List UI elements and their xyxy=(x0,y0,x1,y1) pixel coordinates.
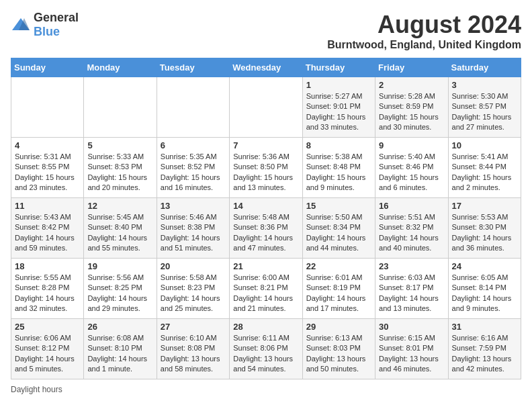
calendar-cell: 15Sunrise: 5:50 AM Sunset: 8:34 PM Dayli… xyxy=(302,198,375,259)
title-area: August 2024 Burntwood, England, United K… xyxy=(327,11,521,51)
day-number: 29 xyxy=(306,322,371,332)
day-number: 23 xyxy=(379,261,444,271)
location-title: Burntwood, England, United Kingdom xyxy=(327,39,521,51)
day-number: 7 xyxy=(233,140,298,150)
month-title: August 2024 xyxy=(327,11,521,39)
day-info: Sunrise: 5:45 AM Sunset: 8:40 PM Dayligh… xyxy=(87,212,152,254)
calendar-day-header: Tuesday xyxy=(157,58,229,77)
day-number: 13 xyxy=(161,201,226,211)
calendar-cell: 18Sunrise: 5:55 AM Sunset: 8:28 PM Dayli… xyxy=(11,259,84,319)
day-info: Sunrise: 6:03 AM Sunset: 8:17 PM Dayligh… xyxy=(379,273,444,314)
calendar-cell: 16Sunrise: 5:51 AM Sunset: 8:32 PM Dayli… xyxy=(375,198,448,259)
calendar-cell: 6Sunrise: 5:35 AM Sunset: 8:52 PM Daylig… xyxy=(157,138,229,198)
calendar-cell: 12Sunrise: 5:45 AM Sunset: 8:40 PM Dayli… xyxy=(84,198,157,259)
calendar-cell: 27Sunrise: 6:10 AM Sunset: 8:08 PM Dayli… xyxy=(157,319,229,379)
calendar-cell: 13Sunrise: 5:46 AM Sunset: 8:38 PM Dayli… xyxy=(157,198,229,259)
day-info: Sunrise: 5:48 AM Sunset: 8:36 PM Dayligh… xyxy=(233,212,298,254)
calendar-week-row: 11Sunrise: 5:43 AM Sunset: 8:42 PM Dayli… xyxy=(11,198,521,259)
header: General Blue August 2024 Burntwood, Engl… xyxy=(11,11,521,51)
day-info: Sunrise: 6:13 AM Sunset: 8:03 PM Dayligh… xyxy=(306,333,371,375)
calendar-week-row: 18Sunrise: 5:55 AM Sunset: 8:28 PM Dayli… xyxy=(11,259,521,319)
day-number: 21 xyxy=(233,261,298,271)
day-info: Sunrise: 5:40 AM Sunset: 8:46 PM Dayligh… xyxy=(379,152,444,193)
calendar-week-row: 4Sunrise: 5:31 AM Sunset: 8:55 PM Daylig… xyxy=(11,138,521,198)
day-number: 30 xyxy=(379,322,444,332)
day-info: Sunrise: 5:35 AM Sunset: 8:52 PM Dayligh… xyxy=(161,152,226,193)
calendar-day-header: Monday xyxy=(84,58,157,77)
day-info: Sunrise: 6:10 AM Sunset: 8:08 PM Dayligh… xyxy=(161,333,226,375)
calendar-cell: 24Sunrise: 6:05 AM Sunset: 8:14 PM Dayli… xyxy=(448,259,521,319)
calendar-cell: 14Sunrise: 5:48 AM Sunset: 8:36 PM Dayli… xyxy=(230,198,302,259)
day-number: 19 xyxy=(87,261,152,271)
calendar-cell: 8Sunrise: 5:38 AM Sunset: 8:48 PM Daylig… xyxy=(302,138,375,198)
day-info: Sunrise: 5:55 AM Sunset: 8:28 PM Dayligh… xyxy=(15,273,80,314)
calendar-cell: 19Sunrise: 5:56 AM Sunset: 8:25 PM Dayli… xyxy=(84,259,157,319)
calendar-cell: 11Sunrise: 5:43 AM Sunset: 8:42 PM Dayli… xyxy=(11,198,84,259)
day-info: Sunrise: 5:38 AM Sunset: 8:48 PM Dayligh… xyxy=(306,152,371,193)
day-info: Sunrise: 5:28 AM Sunset: 8:59 PM Dayligh… xyxy=(379,91,444,133)
calendar-cell xyxy=(84,77,157,138)
day-number: 25 xyxy=(15,322,80,332)
day-info: Sunrise: 6:11 AM Sunset: 8:06 PM Dayligh… xyxy=(233,333,298,375)
day-number: 6 xyxy=(161,140,226,150)
day-number: 4 xyxy=(15,140,80,150)
day-info: Sunrise: 5:31 AM Sunset: 8:55 PM Dayligh… xyxy=(15,152,80,193)
calendar-day-header: Sunday xyxy=(11,58,84,77)
calendar-cell xyxy=(157,77,229,138)
calendar-cell: 22Sunrise: 6:01 AM Sunset: 8:19 PM Dayli… xyxy=(302,259,375,319)
calendar-cell: 25Sunrise: 6:06 AM Sunset: 8:12 PM Dayli… xyxy=(11,319,84,379)
day-info: Sunrise: 5:58 AM Sunset: 8:23 PM Dayligh… xyxy=(161,273,226,314)
day-number: 28 xyxy=(233,322,298,332)
calendar-day-header: Thursday xyxy=(302,58,375,77)
calendar-cell: 28Sunrise: 6:11 AM Sunset: 8:06 PM Dayli… xyxy=(230,319,302,379)
calendar-cell: 4Sunrise: 5:31 AM Sunset: 8:55 PM Daylig… xyxy=(11,138,84,198)
day-info: Sunrise: 5:53 AM Sunset: 8:30 PM Dayligh… xyxy=(452,212,517,254)
day-number: 12 xyxy=(87,201,152,211)
day-info: Sunrise: 5:36 AM Sunset: 8:50 PM Dayligh… xyxy=(233,152,298,193)
calendar-day-header: Saturday xyxy=(448,58,521,77)
day-number: 20 xyxy=(161,261,226,271)
calendar-day-header: Friday xyxy=(375,58,448,77)
calendar-cell xyxy=(11,77,84,138)
logo-text-blue: Blue xyxy=(34,25,60,38)
logo-icon xyxy=(11,17,31,33)
calendar-cell: 5Sunrise: 5:33 AM Sunset: 8:53 PM Daylig… xyxy=(84,138,157,198)
day-number: 18 xyxy=(15,261,80,271)
calendar-cell: 23Sunrise: 6:03 AM Sunset: 8:17 PM Dayli… xyxy=(375,259,448,319)
calendar-table: SundayMondayTuesdayWednesdayThursdayFrid… xyxy=(11,58,521,379)
day-number: 26 xyxy=(87,322,152,332)
day-info: Sunrise: 5:43 AM Sunset: 8:42 PM Dayligh… xyxy=(15,212,80,254)
calendar-cell: 10Sunrise: 5:41 AM Sunset: 8:44 PM Dayli… xyxy=(448,138,521,198)
day-number: 31 xyxy=(452,322,517,332)
calendar-cell: 17Sunrise: 5:53 AM Sunset: 8:30 PM Dayli… xyxy=(448,198,521,259)
calendar-cell: 26Sunrise: 6:08 AM Sunset: 8:10 PM Dayli… xyxy=(84,319,157,379)
day-number: 11 xyxy=(15,201,80,211)
calendar-header-row: SundayMondayTuesdayWednesdayThursdayFrid… xyxy=(11,58,521,77)
day-number: 24 xyxy=(452,261,517,271)
day-number: 27 xyxy=(161,322,226,332)
day-number: 14 xyxy=(233,201,298,211)
day-info: Sunrise: 6:15 AM Sunset: 8:01 PM Dayligh… xyxy=(379,333,444,375)
footer-note: Daylight hours xyxy=(11,385,521,394)
day-info: Sunrise: 5:50 AM Sunset: 8:34 PM Dayligh… xyxy=(306,212,371,254)
day-info: Sunrise: 6:06 AM Sunset: 8:12 PM Dayligh… xyxy=(15,333,80,375)
calendar-cell: 3Sunrise: 5:30 AM Sunset: 8:57 PM Daylig… xyxy=(448,77,521,138)
day-number: 2 xyxy=(379,80,444,90)
day-number: 3 xyxy=(452,80,517,90)
day-info: Sunrise: 5:51 AM Sunset: 8:32 PM Dayligh… xyxy=(379,212,444,254)
day-info: Sunrise: 5:56 AM Sunset: 8:25 PM Dayligh… xyxy=(87,273,152,314)
day-info: Sunrise: 6:05 AM Sunset: 8:14 PM Dayligh… xyxy=(452,273,517,314)
day-info: Sunrise: 5:33 AM Sunset: 8:53 PM Dayligh… xyxy=(87,152,152,193)
calendar-week-row: 25Sunrise: 6:06 AM Sunset: 8:12 PM Dayli… xyxy=(11,319,521,379)
day-number: 9 xyxy=(379,140,444,150)
day-info: Sunrise: 6:08 AM Sunset: 8:10 PM Dayligh… xyxy=(87,333,152,375)
day-number: 17 xyxy=(452,201,517,211)
calendar-cell: 7Sunrise: 5:36 AM Sunset: 8:50 PM Daylig… xyxy=(230,138,302,198)
day-info: Sunrise: 6:00 AM Sunset: 8:21 PM Dayligh… xyxy=(233,273,298,314)
calendar-cell: 1Sunrise: 5:27 AM Sunset: 9:01 PM Daylig… xyxy=(302,77,375,138)
calendar-cell: 21Sunrise: 6:00 AM Sunset: 8:21 PM Dayli… xyxy=(230,259,302,319)
day-info: Sunrise: 5:30 AM Sunset: 8:57 PM Dayligh… xyxy=(452,91,517,133)
logo-text-general: General xyxy=(34,11,79,24)
day-number: 1 xyxy=(306,80,371,90)
day-info: Sunrise: 6:16 AM Sunset: 7:59 PM Dayligh… xyxy=(452,333,517,375)
